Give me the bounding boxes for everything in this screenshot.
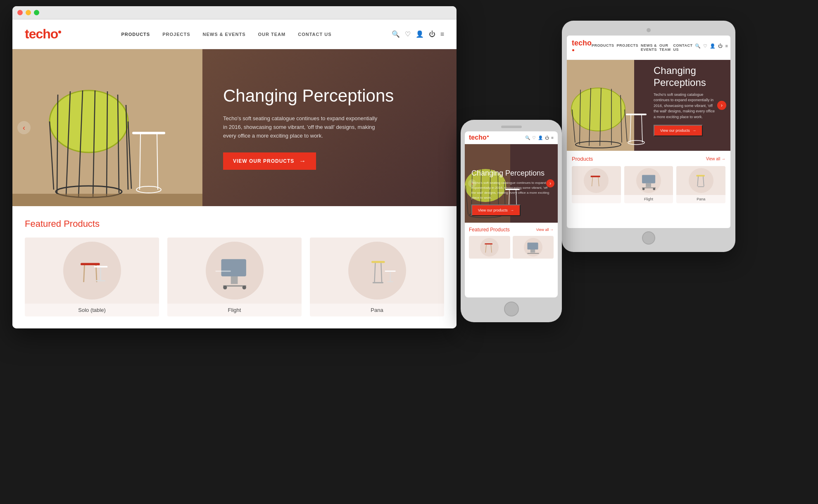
tablet-product-name-1: Flight bbox=[624, 195, 673, 203]
tablet-product-3[interactable]: Pana bbox=[676, 166, 725, 203]
tablet-product-circle-2 bbox=[636, 168, 661, 193]
phone-product-2[interactable] bbox=[513, 236, 554, 259]
tablet-contact-nav: CONTACT US bbox=[673, 43, 693, 52]
heart-icon[interactable]: ♡ bbox=[405, 30, 411, 38]
flight-chair-illustration bbox=[208, 244, 262, 297]
product-name-2: Flight bbox=[167, 304, 302, 316]
tablet-search-icon[interactable]: 🔍 bbox=[695, 43, 701, 52]
nav-icons: 🔍 ♡ 👤 ⏻ ≡ bbox=[392, 30, 444, 38]
svg-rect-27 bbox=[221, 259, 246, 276]
user-icon[interactable]: 👤 bbox=[416, 30, 424, 38]
phone-product-1[interactable] bbox=[469, 236, 510, 259]
svg-rect-90 bbox=[528, 242, 538, 250]
phone-featured-header: Featured Products View all → bbox=[469, 227, 554, 233]
tablet-products-nav: PRODUCTS bbox=[592, 43, 614, 52]
tablet-power-icon[interactable]: ⏻ bbox=[718, 43, 723, 52]
tablet-product-image-3 bbox=[676, 166, 725, 195]
hero-description: Techo's soft seating catalogue continues… bbox=[223, 114, 380, 140]
hero-title: Changing Perceptions bbox=[223, 86, 436, 106]
phone-device: techo 🔍 ♡ 👤 ⏻ ≡ bbox=[461, 120, 562, 322]
maximize-btn[interactable] bbox=[34, 10, 39, 15]
svg-rect-63 bbox=[646, 183, 651, 187]
hero-content: Changing Perceptions Techo's soft seatin… bbox=[202, 49, 457, 206]
phone-cta-button[interactable]: View our products → bbox=[471, 204, 521, 216]
tablet-featured: Products View all → bbox=[567, 151, 730, 208]
hero-section: ‹ Changing Perceptions Techo's soft seat… bbox=[12, 49, 457, 206]
phone-nav-icons: 🔍 ♡ 👤 ⏻ ≡ bbox=[525, 136, 554, 140]
phone-view-all[interactable]: View all → bbox=[536, 228, 554, 232]
product-card-1[interactable]: Solo (table) bbox=[25, 238, 159, 316]
tablet-cta-button[interactable]: View our products → bbox=[654, 125, 703, 136]
svg-rect-25 bbox=[96, 280, 105, 281]
product-circle-2 bbox=[206, 242, 264, 300]
hero-cta-button[interactable]: View our products → bbox=[223, 152, 316, 170]
minimize-btn[interactable] bbox=[26, 10, 31, 15]
phone-menu-icon[interactable]: ≡ bbox=[551, 136, 554, 140]
tablet-header: techo PRODUCTS PROJECTS NEWS & EVENTS OU… bbox=[567, 36, 730, 60]
phone-home-button[interactable] bbox=[504, 302, 519, 316]
svg-point-57 bbox=[586, 169, 607, 190]
phone-featured-title-text: Featured Products bbox=[469, 227, 510, 233]
nav-contact[interactable]: CONTACT US bbox=[298, 32, 331, 37]
tablet-product-1[interactable] bbox=[572, 166, 621, 203]
nav-news-events[interactable]: NEWS & EVENTS bbox=[202, 32, 245, 37]
featured-section: Featured Products bbox=[12, 206, 457, 325]
svg-rect-18 bbox=[12, 194, 202, 206]
phone-logo-dot bbox=[487, 136, 489, 137]
svg-point-19 bbox=[66, 245, 118, 297]
arrow-left-icon: ‹ bbox=[23, 124, 25, 132]
tablet-product-2[interactable]: Flight bbox=[624, 166, 673, 203]
arrow-right-icon: → bbox=[299, 157, 306, 165]
close-btn[interactable] bbox=[17, 10, 23, 15]
tablet-stool-svg bbox=[585, 168, 608, 191]
tablet-device: techo PRODUCTS PROJECTS NEWS & EVENTS OU… bbox=[562, 21, 735, 252]
product-card-2[interactable]: Flight bbox=[167, 238, 302, 316]
tablet-user-icon[interactable]: 👤 bbox=[710, 43, 716, 52]
product-card-3[interactable]: Pana bbox=[310, 238, 444, 316]
svg-rect-53 bbox=[626, 114, 647, 115]
svg-point-33 bbox=[351, 245, 403, 297]
nav-our-team[interactable]: OUR TEAM bbox=[258, 32, 286, 37]
power-icon[interactable]: ⏻ bbox=[429, 31, 435, 38]
phone-hero-title: Changing Perceptions bbox=[471, 169, 551, 178]
tablet-home-button[interactable] bbox=[642, 231, 655, 245]
svg-rect-62 bbox=[642, 175, 655, 183]
phone-user-icon[interactable]: 👤 bbox=[538, 136, 543, 140]
stool-illustration bbox=[65, 244, 119, 297]
svg-rect-32 bbox=[215, 271, 231, 272]
pana-illustration bbox=[350, 244, 404, 297]
tablet-heart-icon[interactable]: ♡ bbox=[703, 43, 707, 52]
tablet-product-circle-1 bbox=[584, 168, 609, 193]
phone-search-icon[interactable]: 🔍 bbox=[525, 136, 530, 140]
products-grid: Solo (table) bbox=[25, 238, 444, 316]
phone-speaker bbox=[501, 126, 522, 128]
hero-cta-label: View our products bbox=[233, 158, 294, 164]
search-icon[interactable]: 🔍 bbox=[392, 30, 400, 38]
nav-projects[interactable]: PROJECTS bbox=[162, 32, 190, 37]
svg-rect-38 bbox=[385, 271, 395, 272]
tablet-hero: Changing Perceptions Techo's soft seatin… bbox=[567, 60, 730, 151]
tablet-view-all[interactable]: View all → bbox=[706, 157, 725, 161]
phone-heart-icon[interactable]: ♡ bbox=[532, 136, 536, 140]
phone-arrow-right-icon: → bbox=[510, 208, 514, 212]
svg-point-85 bbox=[481, 238, 497, 254]
phone-power-icon[interactable]: ⏻ bbox=[545, 136, 549, 140]
svg-rect-71 bbox=[698, 186, 704, 187]
product-image-1 bbox=[25, 238, 159, 304]
tablet-screen: techo PRODUCTS PROJECTS NEWS & EVENTS OU… bbox=[567, 36, 730, 228]
product-image-3 bbox=[310, 238, 444, 304]
tablet-logo-text: techo bbox=[572, 39, 592, 47]
hero-prev-button[interactable]: ‹ bbox=[17, 121, 31, 134]
nav-products[interactable]: PRODUCTS bbox=[121, 32, 150, 37]
svg-point-30 bbox=[223, 285, 227, 289]
logo[interactable]: techo bbox=[25, 26, 61, 42]
tablet-logo: techo bbox=[572, 39, 592, 56]
tablet-menu-icon[interactable]: ≡ bbox=[725, 43, 728, 52]
menu-icon[interactable]: ≡ bbox=[440, 31, 444, 38]
svg-point-65 bbox=[642, 188, 644, 190]
svg-rect-40 bbox=[387, 281, 393, 282]
phone-chair-svg bbox=[524, 238, 542, 255]
tablet-featured-title-text: Products bbox=[572, 156, 593, 162]
tablet-news-nav: NEWS & EVENTS bbox=[641, 43, 657, 52]
tablet-featured-header: Products View all → bbox=[572, 156, 725, 162]
